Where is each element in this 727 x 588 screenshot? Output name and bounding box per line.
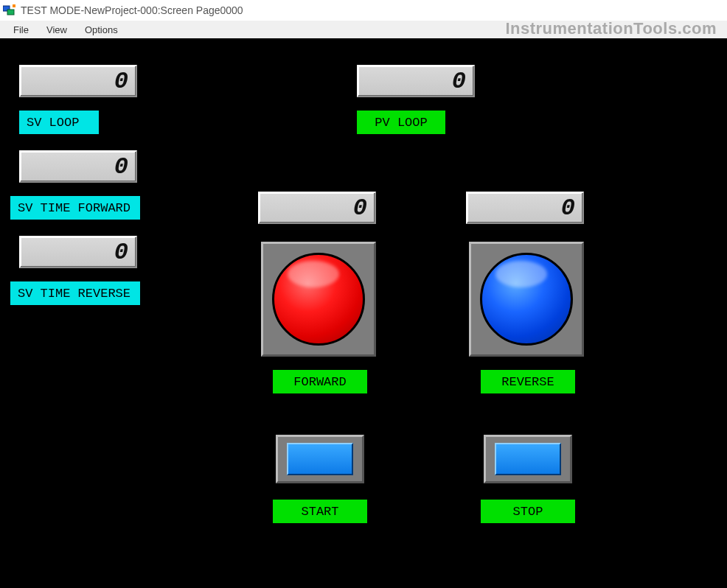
- forward-display[interactable]: 0: [258, 192, 376, 224]
- titlebar: TEST MODE-NewProject-000:Screen Page0000: [0, 0, 727, 21]
- stop-label: STOP: [481, 500, 575, 523]
- pv-loop-display[interactable]: 0: [357, 65, 475, 97]
- start-pad-icon: [287, 443, 353, 475]
- app-icon: [3, 4, 16, 16]
- stop-pad-icon: [495, 443, 561, 475]
- window-title: TEST MODE-NewProject-000:Screen Page0000: [21, 4, 243, 16]
- stop-button[interactable]: [484, 435, 572, 483]
- sv-loop-label: SV LOOP: [19, 111, 99, 134]
- menu-options[interactable]: Options: [77, 23, 125, 37]
- menu-view[interactable]: View: [39, 23, 74, 37]
- start-button[interactable]: [276, 435, 364, 483]
- menu-file[interactable]: File: [6, 23, 36, 37]
- forward-lamp-icon: [272, 253, 365, 346]
- watermark: InstrumentationTools.com: [505, 19, 717, 38]
- sv-time-forward-display[interactable]: 0: [19, 150, 137, 183]
- reverse-lamp-icon: [480, 253, 573, 346]
- sv-time-reverse-display[interactable]: 0: [19, 236, 137, 268]
- svg-rect-2: [13, 4, 15, 7]
- reverse-label: REVERSE: [481, 370, 575, 393]
- sv-time-forward-label: SV TIME FORWARD: [10, 196, 140, 220]
- pv-loop-label: PV LOOP: [357, 111, 445, 134]
- forward-button[interactable]: [261, 242, 376, 357]
- hmi-canvas: 0 SV LOOP 0 SV TIME FORWARD 0 SV TIME RE…: [0, 38, 727, 588]
- reverse-button[interactable]: [469, 242, 584, 357]
- svg-rect-1: [7, 10, 14, 15]
- reverse-display[interactable]: 0: [466, 192, 584, 224]
- start-label: START: [273, 500, 367, 523]
- sv-loop-display[interactable]: 0: [19, 65, 137, 97]
- forward-label: FORWARD: [273, 370, 367, 393]
- sv-time-reverse-label: SV TIME REVERSE: [10, 281, 140, 305]
